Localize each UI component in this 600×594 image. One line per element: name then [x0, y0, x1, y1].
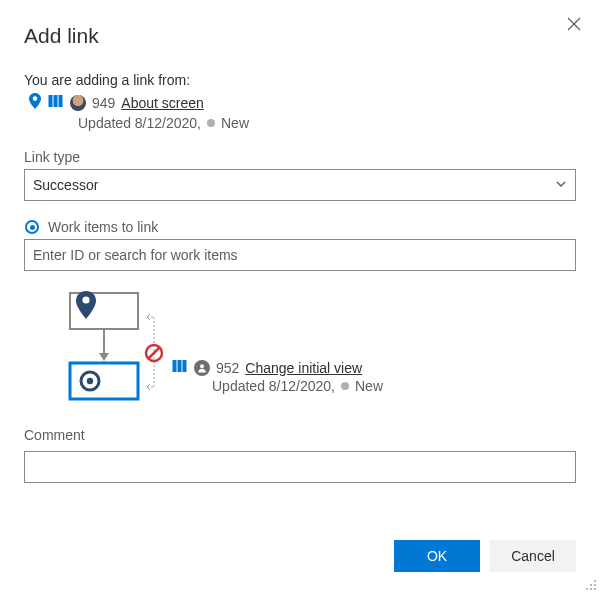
chevron-down-icon: [555, 177, 567, 193]
dialog-title: Add link: [24, 24, 576, 48]
cancel-button[interactable]: Cancel: [490, 540, 576, 572]
ok-button[interactable]: OK: [394, 540, 480, 572]
svg-rect-20: [183, 360, 187, 372]
work-items-label: Work items to link: [48, 219, 158, 235]
work-items-label-row: Work items to link: [24, 219, 576, 235]
relationship-diagram: [46, 281, 164, 401]
linked-item-id: 952: [216, 360, 239, 376]
svg-point-25: [594, 588, 596, 590]
source-updated: Updated 8/12/2020,: [78, 115, 201, 131]
svg-point-22: [594, 580, 596, 582]
linked-state: New: [355, 378, 383, 394]
source-state: New: [221, 115, 249, 131]
svg-point-24: [590, 584, 592, 586]
linked-item-link[interactable]: Change initial view: [245, 360, 362, 376]
link-type-label: Link type: [24, 149, 576, 165]
source-item-row: 949 About screen: [28, 92, 576, 113]
svg-point-27: [586, 588, 588, 590]
resize-grip-icon[interactable]: [584, 578, 598, 592]
svg-point-2: [33, 96, 38, 101]
book-icon: [48, 94, 64, 111]
unassigned-avatar-icon: [194, 360, 210, 376]
avatar: [70, 95, 86, 111]
svg-rect-3: [49, 95, 53, 107]
status-dot-icon: [207, 119, 215, 127]
svg-point-12: [87, 378, 93, 384]
book-icon: [172, 359, 188, 376]
source-item-meta: Updated 8/12/2020, New: [78, 115, 576, 131]
link-type-value: Successor: [33, 177, 98, 193]
add-link-dialog: Add link You are adding a link from: 949…: [0, 0, 600, 594]
close-button[interactable]: [562, 12, 586, 36]
svg-point-21: [200, 364, 204, 368]
linked-updated: Updated 8/12/2020,: [212, 378, 335, 394]
status-dot-icon: [341, 382, 349, 390]
source-item-id: 949: [92, 95, 115, 111]
work-items-input[interactable]: [24, 239, 576, 271]
svg-rect-18: [173, 360, 177, 372]
svg-point-26: [590, 588, 592, 590]
svg-rect-4: [54, 95, 58, 107]
comment-input[interactable]: [24, 451, 576, 483]
svg-point-23: [594, 584, 596, 586]
svg-point-7: [82, 296, 89, 303]
prompt-text: You are adding a link from:: [24, 72, 576, 88]
dialog-footer: OK Cancel: [394, 540, 576, 572]
svg-rect-19: [178, 360, 182, 372]
source-item-link[interactable]: About screen: [121, 95, 204, 111]
svg-marker-9: [99, 353, 109, 361]
linked-item: 952 Change initial view Updated 8/12/202…: [172, 359, 383, 394]
comment-label: Comment: [24, 427, 576, 443]
link-type-select[interactable]: Successor: [24, 169, 576, 201]
target-icon: [24, 219, 40, 235]
svg-rect-5: [59, 95, 63, 107]
pin-icon: [28, 92, 42, 113]
relationship-diagram-row: 952 Change initial view Updated 8/12/202…: [24, 281, 576, 401]
